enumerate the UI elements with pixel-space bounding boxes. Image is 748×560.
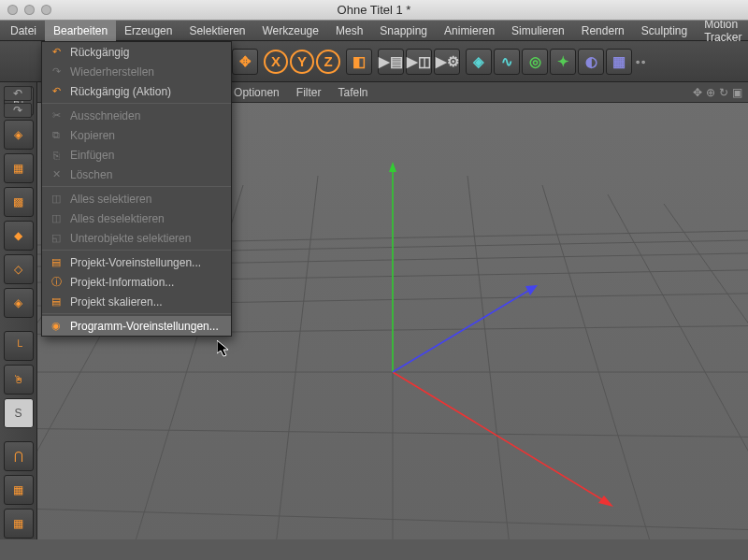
point-mode-icon[interactable]: ◆ — [4, 221, 34, 251]
move-tool-icon[interactable]: ✥ — [232, 49, 258, 75]
undo-button[interactable]: ↶ — [4, 86, 32, 101]
axis-tool-icon[interactable]: └ — [4, 331, 34, 361]
menu-item-projekt-voreinstellungen-[interactable]: ▤Projekt-Voreinstellungen... — [42, 252, 231, 272]
polygon-mode-icon[interactable]: ◈ — [4, 288, 34, 318]
menu-item-label: Projekt-Voreinstellungen... — [70, 256, 201, 269]
options-menu[interactable]: Optionen — [234, 86, 280, 99]
coord-system-icon[interactable]: ◧ — [346, 49, 372, 75]
menu-item-programm-voreinstellungen-[interactable]: ◉Programm-Voreinstellungen... — [42, 316, 231, 336]
view-layout-icon[interactable]: ▣ — [732, 86, 742, 99]
menu-animieren[interactable]: Animieren — [436, 21, 503, 41]
menu-item-r-ckg-ngig[interactable]: ↶Rückgängig — [42, 42, 231, 62]
menu-item-projekt-skalieren-[interactable]: ▤Projekt skalieren... — [42, 292, 231, 311]
axis-y-button[interactable]: Y — [290, 50, 314, 74]
menu-item-icon: ✕ — [50, 168, 63, 181]
menu-item-icon: ⧉ — [50, 129, 63, 142]
zoom-icon[interactable] — [41, 5, 51, 15]
menu-bearbeiten[interactable]: Bearbeiten — [45, 21, 116, 41]
render-icon[interactable]: ▶▤ — [378, 49, 404, 75]
generator-icon[interactable]: ◎ — [522, 49, 548, 75]
menu-item-label: Wiederherstellen — [70, 65, 154, 79]
edge-mode-icon[interactable]: ◇ — [4, 254, 34, 284]
mouse-icon[interactable]: 🖱 — [4, 365, 34, 395]
menu-item-icon: ◫ — [50, 212, 63, 225]
snap-icon[interactable]: S — [4, 398, 34, 428]
menu-item-label: Löschen — [70, 168, 112, 181]
minimize-icon[interactable] — [24, 5, 35, 15]
menu-item-icon: ⎘ — [50, 149, 63, 162]
menu-item-label: Unterobjekte selektieren — [70, 232, 191, 245]
menu-item-label: Projekt skalieren... — [70, 295, 163, 309]
redo-button[interactable]: ↷ — [4, 103, 32, 118]
filter-menu[interactable]: Filter — [296, 86, 322, 99]
menu-item-icon: ▤ — [50, 295, 63, 309]
menu-item-label: Rückgängig (Aktion) — [70, 85, 171, 98]
menu-item-icon: ◱ — [50, 232, 63, 245]
menu-item-l-schen: ✕Löschen — [42, 165, 231, 184]
menu-item-alles-deselektieren: ◫Alles deselektieren — [42, 208, 231, 228]
menu-bar: Datei Bearbeiten Erzeugen Selektieren We… — [0, 21, 748, 41]
menu-item-wiederherstellen: ↷Wiederherstellen — [42, 62, 231, 81]
menu-datei[interactable]: Datei — [2, 21, 45, 41]
menu-item-label: Kopieren — [70, 129, 115, 142]
view-rotate-icon[interactable]: ↻ — [719, 86, 728, 99]
menu-item-label: Rückgängig — [70, 46, 129, 59]
grid-icon[interactable]: ▦ — [4, 509, 34, 538]
menu-item-einf-gen: ⎘Einfügen — [42, 145, 231, 165]
menu-item-icon: ▤ — [50, 256, 63, 269]
menu-item-icon: ◉ — [50, 320, 63, 333]
menu-item-ausschneiden: ✂Ausschneiden — [42, 106, 231, 125]
window-title: Ohne Titel 1 * — [338, 3, 411, 17]
deformer-icon[interactable]: ◐ — [578, 49, 604, 75]
menu-item-r-ckg-ngig-aktion-[interactable]: ↶Rückgängig (Aktion) — [42, 81, 231, 101]
panels-menu[interactable]: Tafeln — [338, 86, 367, 99]
menu-item-label: Alles deselektieren — [70, 212, 165, 225]
spline-icon[interactable]: ∿ — [494, 49, 520, 75]
menu-item-alles-selektieren: ◫Alles selektieren — [42, 189, 231, 208]
texture-mode-icon[interactable]: ▦ — [4, 153, 34, 183]
title-bar: Ohne Titel 1 * — [0, 0, 748, 21]
camera-icon[interactable]: ∘∘ — [634, 49, 647, 75]
menu-item-icon: ◫ — [50, 193, 63, 206]
menu-rendern[interactable]: Rendern — [573, 21, 633, 41]
menu-selektieren[interactable]: Selektieren — [180, 21, 253, 41]
cube-primitive-icon[interactable]: ◈ — [466, 49, 492, 75]
menu-item-unterobjekte-selektieren: ◱Unterobjekte selektieren — [42, 228, 231, 248]
menu-item-projekt-information-[interactable]: ⓘProjekt-Information... — [42, 272, 231, 292]
render-settings-icon[interactable]: ▶⚙ — [434, 49, 460, 75]
menu-item-icon: ↷ — [50, 65, 63, 79]
render-region-icon[interactable]: ▶◫ — [406, 49, 432, 75]
menu-snapping[interactable]: Snapping — [371, 21, 436, 41]
close-icon[interactable] — [7, 5, 18, 15]
menu-item-label: Alles selektieren — [70, 193, 151, 206]
edit-menu-dropdown: ↶Rückgängig↷Wiederherstellen↶Rückgängig … — [41, 41, 232, 337]
environment-icon[interactable]: ▦ — [606, 49, 632, 75]
axis-x-button[interactable]: X — [264, 50, 288, 74]
magnet-icon[interactable]: ⋂ — [4, 441, 34, 471]
menu-werkzeuge[interactable]: Werkzeuge — [253, 21, 326, 41]
menu-item-icon: ↶ — [50, 85, 63, 98]
left-toolbar: ◱ ◈ ▦ ▩ ◆ ◇ ◈ └ 🖱 S ⋂ ▦ ▦ — [0, 82, 37, 539]
view-move-icon[interactable]: ✥ — [693, 86, 702, 99]
menu-item-label: Einfügen — [70, 149, 114, 162]
menu-simulieren[interactable]: Simulieren — [503, 21, 573, 41]
workplane-icon[interactable]: ▩ — [4, 187, 34, 217]
menu-mesh[interactable]: Mesh — [327, 21, 371, 41]
menu-sculpting[interactable]: Sculpting — [633, 21, 696, 41]
menu-erzeugen[interactable]: Erzeugen — [116, 21, 180, 41]
menu-item-icon: ⓘ — [50, 276, 63, 289]
axis-z-button[interactable]: Z — [316, 50, 340, 74]
menu-item-label: Ausschneiden — [70, 109, 140, 122]
menu-item-icon: ↶ — [50, 46, 63, 59]
grid-lock-icon[interactable]: ▦ — [4, 475, 34, 505]
model-mode-icon[interactable]: ◈ — [4, 120, 34, 150]
menu-item-label: Projekt-Information... — [70, 276, 174, 289]
menu-item-kopieren: ⧉Kopieren — [42, 125, 231, 145]
particles-icon[interactable]: ✦ — [550, 49, 576, 75]
view-zoom-icon[interactable]: ⊕ — [706, 86, 715, 99]
menu-item-label: Programm-Voreinstellungen... — [70, 320, 219, 333]
window-controls[interactable] — [7, 5, 51, 15]
menu-item-icon: ✂ — [50, 109, 63, 122]
